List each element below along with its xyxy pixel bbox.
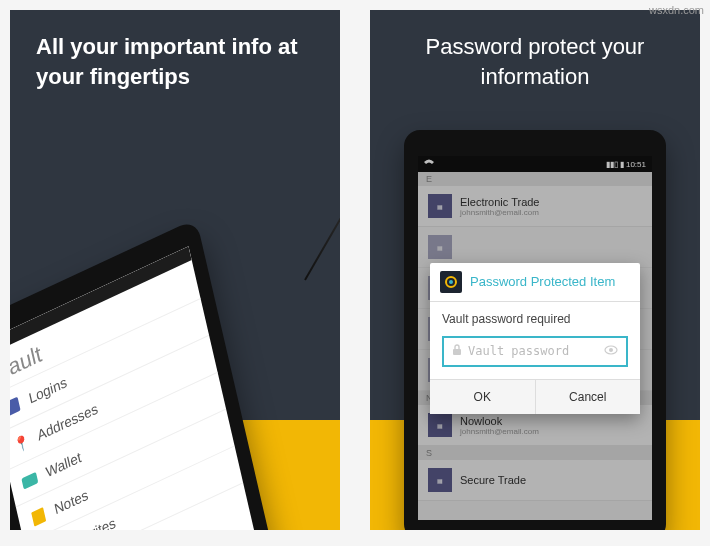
app-icon (440, 271, 462, 293)
svg-point-1 (449, 280, 453, 284)
addresses-icon: 📍 (12, 432, 30, 455)
dialog-title: Password Protected Item (470, 274, 615, 289)
svg-rect-2 (453, 349, 461, 355)
screenshot-pair: All your important info at your fingerti… (0, 0, 710, 540)
stylus-decoration (304, 124, 340, 281)
svg-point-4 (609, 348, 613, 352)
vault-row-label: Logins (27, 373, 68, 406)
promo-panel-left: All your important info at your fingerti… (10, 10, 340, 530)
ok-button[interactable]: OK (430, 380, 536, 414)
notes-icon (29, 506, 47, 529)
vault-row-label: Wallet (44, 448, 82, 480)
vault-row-label: Notes (53, 486, 90, 517)
input-placeholder: Vault password (468, 344, 598, 358)
wallet-icon (21, 469, 39, 492)
eye-icon[interactable] (604, 344, 618, 358)
vault-password-input[interactable]: Vault password (442, 336, 628, 367)
logins-icon (10, 395, 22, 418)
password-dialog: Password Protected Item Vault password r… (430, 263, 640, 414)
cancel-button[interactable]: Cancel (536, 380, 641, 414)
watermark-text: wsxdn.com (649, 4, 704, 16)
lock-icon (452, 344, 462, 359)
headline-right: Password protect your information (370, 10, 700, 101)
promo-panel-right: Password protect your information ▮▮▯ ▮ … (370, 10, 700, 530)
headline-left: All your important info at your fingerti… (10, 10, 340, 101)
dialog-subtitle: Vault password required (430, 302, 640, 332)
modal-overlay: Password Protected Item Vault password r… (418, 156, 652, 520)
tablet-mockup-right: ▮▮▯ ▮ 10:51 E ▦ Electronic Trade johnsmi… (404, 130, 666, 530)
tablet-mockup-left: Vault Logins 📍 Addresses Wallet (10, 193, 320, 530)
